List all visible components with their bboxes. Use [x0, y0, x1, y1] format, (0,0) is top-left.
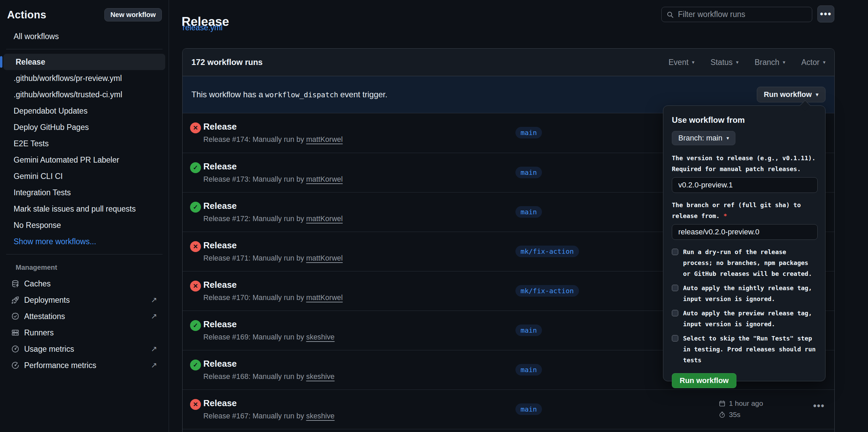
branch-select-button[interactable]: Branch: main▾: [672, 131, 735, 145]
server-icon: [11, 328, 20, 337]
run-title-link[interactable]: Release: [203, 280, 237, 290]
management-section-label: Management: [5, 259, 163, 276]
chevron-down-icon: ▾: [816, 92, 818, 98]
checkbox[interactable]: [672, 285, 678, 291]
workflow-file-link[interactable]: release.yml: [183, 23, 223, 32]
run-title-link[interactable]: Release: [203, 319, 237, 330]
branch-badge[interactable]: main: [515, 364, 542, 376]
branch-badge[interactable]: main: [515, 206, 542, 218]
sidebar-item-no-response[interactable]: No Response: [3, 217, 165, 233]
sidebar-item-label: Usage metrics: [24, 345, 74, 354]
run-title-link[interactable]: Release: [203, 359, 237, 369]
run-workflow-dropdown-button[interactable]: Run workflow▾: [757, 87, 826, 102]
next-row-divider: [183, 429, 834, 432]
run-title-link[interactable]: Release: [203, 398, 237, 409]
sidebar-item-dependabot-updates[interactable]: Dependabot Updates: [3, 103, 165, 119]
checkbox-row: Auto apply the preview release tag, inpu…: [672, 308, 820, 330]
run-description: Release #169: Manually run by: [203, 333, 304, 341]
run-description: Release #174: Manually run by: [203, 135, 304, 144]
runs-count: 172 workflow runs: [191, 57, 262, 67]
sidebar-item-deploy-github-pages[interactable]: Deploy GitHub Pages: [3, 119, 165, 135]
sidebar-item-caches[interactable]: Caches: [5, 276, 163, 292]
banner-text-before: This workflow has a: [191, 90, 263, 99]
sidebar-item-deployments[interactable]: Deployments ↗: [5, 292, 163, 308]
branch-badge[interactable]: main: [515, 167, 542, 178]
branch-badge[interactable]: main: [515, 127, 542, 138]
sidebar-item-mark-stale[interactable]: Mark stale issues and pull requests: [3, 201, 165, 217]
branch-badge[interactable]: mk/fix-action: [515, 246, 579, 257]
sidebar-item-runners[interactable]: Runners: [5, 325, 163, 341]
sidebar-item-usage-metrics[interactable]: Usage metrics ↗: [5, 341, 163, 357]
run-actor-link[interactable]: skeshive: [306, 333, 335, 341]
run-title-link[interactable]: Release: [203, 121, 237, 132]
run-title-link[interactable]: Release: [203, 201, 237, 211]
new-workflow-button[interactable]: New workflow: [104, 8, 162, 21]
run-actor-link[interactable]: skeshive: [306, 372, 335, 381]
run-description: Release #172: Manually run by: [203, 215, 304, 223]
panel-heading: Use workflow from: [672, 115, 820, 125]
status-filter-dropdown[interactable]: Status▾: [711, 58, 739, 67]
run-filters: Event▾ Status▾ Branch▾ Actor▾: [668, 58, 826, 67]
sidebar-item-label: Deployments: [24, 296, 70, 305]
run-status-icon: [190, 281, 201, 292]
sidebar-item-attestations[interactable]: Attestations ↗: [5, 308, 163, 325]
workflow-run-row[interactable]: Release Release #167: Manually run byske…: [183, 389, 834, 429]
sidebar-item-label: Attestations: [24, 312, 65, 321]
filter-label: Event: [668, 58, 688, 67]
branch-badge[interactable]: main: [515, 325, 542, 336]
verified-icon: [11, 312, 20, 321]
run-subtitle: Release #169: Manually run byskeshive: [203, 333, 335, 342]
checkbox-label: Select to skip the "Run Tests" step in t…: [683, 333, 816, 366]
branch-filter-dropdown[interactable]: Branch▾: [754, 58, 785, 67]
workflow-options-button[interactable]: •••: [817, 5, 834, 22]
run-description: Release #167: Manually run by: [203, 412, 304, 420]
run-workflow-label: Run workflow: [764, 90, 812, 99]
required-asterisk: *: [724, 212, 727, 219]
run-subtitle: Release #170: Manually run bymattKorwel: [203, 294, 343, 302]
show-more-workflows-link[interactable]: Show more workflows...: [3, 233, 165, 250]
sidebar-item-gemini-cli-ci[interactable]: Gemini CLI CI: [3, 168, 165, 184]
run-actor-link[interactable]: skeshive: [306, 412, 335, 420]
run-time: 1 hour ago: [729, 399, 763, 408]
filter-workflow-runs-input[interactable]: Filter workflow runs: [661, 7, 812, 22]
branch-badge[interactable]: main: [515, 403, 542, 415]
external-link-icon: ↗: [151, 345, 157, 353]
ref-input[interactable]: [672, 224, 818, 240]
sidebar-item-integration-tests[interactable]: Integration Tests: [3, 184, 165, 201]
sidebar-item-all-workflows[interactable]: All workflows: [3, 28, 165, 45]
filter-label: Actor: [801, 58, 820, 67]
actor-filter-dropdown[interactable]: Actor▾: [801, 58, 826, 67]
run-subtitle: Release #171: Manually run bymattKorwel: [203, 254, 343, 263]
sidebar-item-trusted-ci[interactable]: .github/workflows/trusted-ci.yml: [3, 86, 165, 103]
stopwatch-icon: [718, 411, 726, 418]
run-actor-link[interactable]: mattKorwel: [306, 215, 343, 223]
kebab-icon: •••: [820, 12, 832, 16]
checkbox-row: Run a dry-run of the release process; no…: [672, 247, 820, 279]
run-options-button[interactable]: •••: [813, 404, 825, 408]
checkbox-label: Auto apply the nightly release tag, inpu…: [683, 283, 816, 304]
run-description: Release #173: Manually run by: [203, 175, 304, 183]
search-icon: [666, 11, 674, 18]
run-actor-link[interactable]: mattKorwel: [306, 135, 343, 144]
sidebar-item-pr-review[interactable]: .github/workflows/pr-review.yml: [3, 70, 165, 86]
checkbox[interactable]: [672, 310, 678, 316]
sidebar-item-e2e-tests[interactable]: E2E Tests: [3, 135, 165, 152]
run-title-link[interactable]: Release: [203, 240, 237, 251]
external-link-icon: ↗: [151, 361, 157, 370]
run-actor-link[interactable]: mattKorwel: [306, 294, 343, 302]
branch-badge[interactable]: mk/fix-action: [515, 285, 579, 297]
run-actor-link[interactable]: mattKorwel: [306, 175, 343, 183]
run-title-link[interactable]: Release: [203, 161, 237, 172]
run-workflow-submit-button[interactable]: Run workflow: [672, 373, 736, 388]
sidebar-item-release[interactable]: Release: [3, 54, 165, 70]
sidebar-item-gemini-pr-labeler[interactable]: Gemini Automated PR Labeler: [3, 152, 165, 168]
checkbox[interactable]: [672, 249, 678, 255]
sidebar-item-label: Caches: [24, 279, 51, 288]
sidebar-item-performance-metrics[interactable]: Performance metrics ↗: [5, 357, 163, 373]
checkbox[interactable]: [672, 335, 678, 342]
event-filter-dropdown[interactable]: Event▾: [668, 58, 694, 67]
goal-icon: [11, 361, 20, 370]
run-subtitle: Release #168: Manually run byskeshive: [203, 372, 335, 381]
run-actor-link[interactable]: mattKorwel: [306, 254, 343, 262]
version-input[interactable]: [672, 177, 818, 193]
